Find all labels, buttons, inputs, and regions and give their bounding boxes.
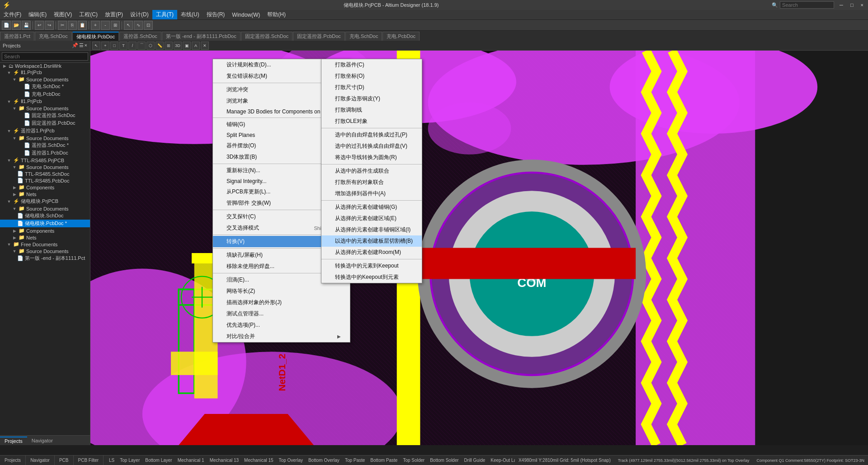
tb-comp[interactable]: ⊡: [144, 21, 153, 30]
sm1-to-keepout[interactable]: 转换选中的元素到Keepout: [321, 260, 422, 272]
ctb-component[interactable]: ⊞: [165, 42, 173, 50]
tree-item-proj5[interactable]: ▼ ⚡ 储电模块.PrjPCB: [0, 197, 90, 205]
tb-undo[interactable]: ↩: [35, 21, 44, 30]
cm-item-preferences[interactable]: 优先选项(P)...: [213, 319, 350, 331]
tree-item-doc11[interactable]: 📄 第一版 -end - 副本1111.Pct: [0, 254, 90, 262]
tree-item-src4[interactable]: ▼ 📁 Source Documents: [0, 164, 90, 170]
ctb-add[interactable]: +: [101, 42, 109, 50]
ctb-rect[interactable]: □: [110, 42, 118, 50]
tb-fit[interactable]: ⊞: [111, 21, 120, 30]
cm-item-outline[interactable]: 描画选择对象的外形(J): [213, 297, 350, 308]
status-tab-projects[interactable]: Projects: [0, 456, 26, 465]
tree-item-nets2[interactable]: ▶ 📁 Nets: [0, 234, 90, 241]
tree-item-freedocs[interactable]: ▼ 📁 Free Documents: [0, 241, 90, 248]
tab-7[interactable]: 充电.SchDoc: [345, 32, 382, 41]
sm1-explode-coord[interactable]: 打散坐标(O): [321, 70, 422, 82]
tb-new[interactable]: 📄: [2, 21, 11, 30]
tree-item-proj1[interactable]: ▼ ⚡ Ⅱ1.PrjPcb: [0, 69, 90, 76]
panel-close-icon[interactable]: ×: [85, 42, 87, 48]
status-tab-pcbfilter[interactable]: PCB Filter: [74, 456, 104, 465]
tree-item-proj3[interactable]: ▼ ⚡ 遥控器1.PrjPcb: [0, 127, 90, 135]
panel-pin-icon[interactable]: 📌: [72, 42, 78, 48]
tree-item-doc1[interactable]: 📄 充电.SchDoc *: [0, 83, 90, 90]
sm1-add-to-comp[interactable]: 增加选择到器件中(A): [321, 188, 422, 199]
panel-menu-icon[interactable]: ☰: [79, 42, 84, 48]
sm1-via-to-pad[interactable]: 选中的过孔转换成自由焊盘(V): [321, 141, 422, 152]
ctb-text2[interactable]: A: [192, 42, 200, 50]
status-tab-pcb[interactable]: PCB: [55, 456, 74, 465]
tree-item-src1[interactable]: ▼ 📁 Source Documents: [0, 76, 90, 83]
menu-item-design[interactable]: 设计(D): [127, 10, 152, 19]
menu-item-tools[interactable]: 工具(T): [152, 10, 177, 19]
ctb-clear[interactable]: ✕: [201, 42, 209, 50]
tree-item-src5[interactable]: ▼ 📁 Source Documents: [0, 205, 90, 212]
menu-item-help[interactable]: 帮助(H): [264, 10, 289, 19]
panel-search-input[interactable]: [2, 52, 88, 61]
tree-item-workspace[interactable]: ▶ 🗂 Workspace1.DsnWrk: [0, 63, 90, 69]
layer-topovl-label[interactable]: Top Overlay: [279, 458, 303, 463]
tree-item-src3[interactable]: ▼ 📁 Source Documents: [0, 135, 90, 141]
ctb-line[interactable]: /: [128, 42, 137, 50]
layer-keepout-label[interactable]: Keep-Out Layer: [491, 458, 515, 463]
tb-redo[interactable]: ↪: [45, 21, 54, 30]
tab-3[interactable]: 遥控器.SchDoc: [119, 32, 161, 41]
tb-zoom-out[interactable]: -: [101, 21, 110, 30]
titlebar-search-input[interactable]: [780, 1, 834, 9]
layer-mech15-label[interactable]: Mechanical 15: [244, 458, 273, 463]
cm-item-testpoint[interactable]: 测试点管理器...: [213, 308, 350, 319]
tb-copy[interactable]: ⎘: [68, 21, 77, 30]
cm-item-netlength[interactable]: 网络等长(Z): [213, 286, 350, 297]
menu-item-place[interactable]: 放置(P): [101, 10, 127, 19]
sm1-create-room[interactable]: 从选择的元素创建Room(M): [321, 247, 422, 258]
tree-item-src2[interactable]: ▼ 📁 Source Documents: [0, 105, 90, 112]
menu-item-file[interactable]: 文件(F): [0, 10, 25, 19]
tree-item-doc6[interactable]: 📄 遥控器1.PcbDoc: [0, 149, 90, 157]
tree-item-doc2[interactable]: 📄 充电.PcbDoc: [0, 90, 90, 98]
cm-item-compare[interactable]: 对比/拉合并 ▶: [213, 331, 350, 342]
tb-open[interactable]: 📂: [12, 21, 21, 30]
sm1-create-region[interactable]: 从选择的元素创建区域(E): [321, 213, 422, 224]
sm1-gen-union[interactable]: 从选中的器件生成联合: [321, 165, 422, 177]
layer-top-label[interactable]: Top Layer: [120, 458, 140, 463]
menu-item-view[interactable]: 视图(V): [50, 10, 75, 19]
tb-cut[interactable]: ✂: [58, 21, 67, 30]
ctb-fill[interactable]: ▣: [183, 42, 191, 50]
tree-item-nets1[interactable]: ▶ 📁 Nets: [0, 191, 90, 197]
tb-route[interactable]: ∿: [134, 21, 143, 30]
tab-2[interactable]: 储电模块.PcbDoc: [72, 32, 119, 41]
sm1-create-slot[interactable]: 以选中的元素创建板层切割槽(B): [321, 235, 422, 247]
sm1-explode-comp[interactable]: 打散器件(C): [321, 59, 422, 70]
close-button[interactable]: ×: [859, 2, 865, 8]
sm1-explode-dim[interactable]: 打散尺寸(D): [321, 82, 422, 93]
ctb-poly[interactable]: ⬡: [146, 42, 155, 50]
layer-botpaste-label[interactable]: Bottom Paste: [370, 458, 397, 463]
sm1-explode-mod[interactable]: 打散调制线: [321, 104, 422, 116]
tree-item-proj4[interactable]: ▼ ⚡ TTL-RS485.PrjPCB: [0, 157, 90, 164]
layer-drill-label[interactable]: Drill Guide: [464, 458, 486, 463]
tb-zoom-in[interactable]: +: [91, 21, 100, 30]
layer-toppaste-label[interactable]: Top Paste: [345, 458, 365, 463]
menu-item-edit[interactable]: 编辑(E): [25, 10, 50, 19]
minimize-button[interactable]: ─: [838, 2, 845, 8]
sm1-from-keepout[interactable]: 转换选中的Keepout到元素: [321, 272, 422, 283]
sm1-explode-union[interactable]: 打散所有的对象联合: [321, 177, 422, 188]
panel-tab-projects[interactable]: Projects: [0, 437, 27, 445]
tree-item-doc8[interactable]: 📄 TTL-RS485.PcbDoc: [0, 177, 90, 184]
sm1-explode-ole[interactable]: 打散OLE对象: [321, 116, 422, 127]
ctb-3d[interactable]: 3D: [174, 42, 182, 50]
tab-4[interactable]: 第一版 -end - 副本1111.PcbDoc: [162, 32, 241, 41]
ctb-arc[interactable]: ⌒: [137, 42, 146, 50]
tree-item-doc4[interactable]: 📄 固定遥控器.PcbDoc: [0, 119, 90, 127]
tab-5[interactable]: 固定遥控器.SchDoc: [241, 32, 293, 41]
menu-item-window[interactable]: Window(W): [228, 11, 264, 19]
sm1-create-cutout[interactable]: 从选择的元素创建非铺铜区域(I): [321, 224, 422, 235]
menu-item-route[interactable]: 布线(U): [177, 10, 203, 19]
tree-item-proj2[interactable]: ▼ ⚡ Ⅱ1.PrjPcb: [0, 98, 90, 105]
panel-tab-navigator[interactable]: Navigator: [27, 437, 57, 444]
tree-item-doc9[interactable]: 📄 储电模块.SchDoc: [0, 212, 90, 220]
layer-bot-label[interactable]: Bottom Layer: [145, 458, 172, 463]
tab-6[interactable]: 固定遥控器.PcbDoc: [293, 32, 345, 41]
status-tab-navigator[interactable]: Navigator: [26, 456, 55, 465]
layer-ls-label[interactable]: LS: [109, 458, 114, 463]
ctb-meas[interactable]: 📏: [156, 42, 164, 50]
